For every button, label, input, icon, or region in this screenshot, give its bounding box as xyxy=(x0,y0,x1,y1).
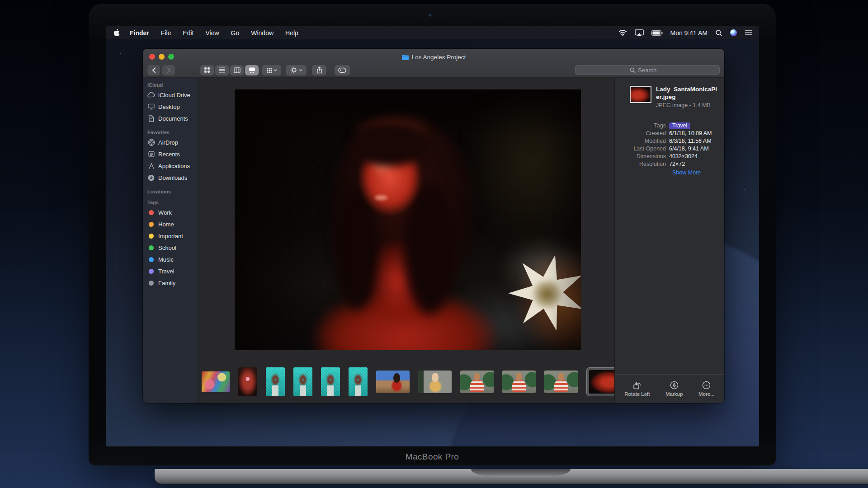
sidebar-tag-travel[interactable]: Travel xyxy=(143,265,198,277)
sidebar-tag-music[interactable]: Music xyxy=(143,253,198,265)
sidebar-item-desktop[interactable]: Desktop xyxy=(143,101,198,113)
filmstrip-thumbnail[interactable] xyxy=(293,367,312,396)
filmstrip-thumbnail[interactable] xyxy=(349,367,368,396)
more-button[interactable]: More... xyxy=(698,381,715,397)
menu-item-view[interactable]: View xyxy=(205,29,219,37)
sidebar-tag-important[interactable]: Important xyxy=(143,230,198,242)
view-gallery-button[interactable] xyxy=(245,65,259,75)
filmstrip-thumbnail[interactable] xyxy=(544,371,578,393)
meta-value-dimensions: 4032×3024 xyxy=(669,153,698,160)
info-panel: Lady_SantaMonicaPier.jpeg JPEG image - 1… xyxy=(614,78,724,403)
view-columns-button[interactable] xyxy=(230,65,244,75)
apple-menu[interactable] xyxy=(113,29,120,37)
filmstrip-thumbnail[interactable] xyxy=(460,371,494,393)
action-menu-button[interactable] xyxy=(286,65,307,75)
share-button[interactable] xyxy=(312,65,326,75)
filmstrip-thumbnail[interactable] xyxy=(418,371,452,393)
more-icon xyxy=(702,381,711,389)
notification-center-icon[interactable] xyxy=(745,30,752,36)
search-field[interactable] xyxy=(575,65,720,75)
wifi-icon[interactable] xyxy=(618,29,627,36)
search-icon xyxy=(630,67,636,73)
cloud-icon xyxy=(147,92,155,98)
folder-icon xyxy=(401,54,409,60)
airplay-icon[interactable] xyxy=(635,29,644,36)
battery-icon[interactable] xyxy=(651,30,663,36)
window-chrome: Los Angeles Project xyxy=(143,49,724,78)
laptop-base xyxy=(155,469,868,484)
sidebar-item-downloads[interactable]: Downloads xyxy=(143,172,198,183)
preview-image[interactable] xyxy=(235,89,581,350)
tag-dot-yellow xyxy=(149,234,154,239)
view-icons-button[interactable] xyxy=(200,65,214,75)
group-button[interactable] xyxy=(262,65,281,75)
sidebar-item-recents[interactable]: Recents xyxy=(143,148,198,160)
back-button[interactable] xyxy=(147,65,160,75)
tag-icon xyxy=(338,67,346,73)
sidebar-section-tags: Tags xyxy=(143,200,198,205)
rotate-left-icon xyxy=(632,381,642,389)
sidebar-item-documents[interactable]: Documents xyxy=(143,113,198,124)
tag-dot-purple xyxy=(149,269,154,274)
filmstrip-thumbnail[interactable] xyxy=(376,371,410,393)
view-list-button[interactable] xyxy=(215,65,229,75)
quick-actions: Rotate Left Markup More... xyxy=(615,374,724,403)
tag-dot-orange xyxy=(149,222,154,227)
filmstrip-thumbnail[interactable] xyxy=(266,367,285,396)
tag-badge-travel[interactable]: Travel xyxy=(669,122,690,129)
meta-label-last-opened: Last Opened xyxy=(615,145,669,153)
siri-icon[interactable] xyxy=(730,29,737,36)
markup-button[interactable]: Markup xyxy=(665,381,683,397)
sidebar-tag-work[interactable]: Work xyxy=(143,206,198,218)
file-kind-size: JPEG image - 1.4 MB xyxy=(656,102,720,108)
filmstrip-thumbnail[interactable] xyxy=(202,371,230,392)
sidebar-item-icloud-drive[interactable]: iCloud Drive xyxy=(143,89,198,101)
gallery-area xyxy=(199,78,614,403)
menu-item-help[interactable]: Help xyxy=(285,29,298,37)
menu-item-window[interactable]: Window xyxy=(251,29,274,37)
forward-button[interactable] xyxy=(162,65,175,75)
stars xyxy=(120,53,121,54)
documents-icon xyxy=(147,115,155,122)
meta-label-modified: Modified xyxy=(615,137,669,145)
meta-value-modified: 6/3/18, 11:56 AM xyxy=(669,137,712,145)
show-more-link[interactable]: Show More xyxy=(672,169,724,176)
sidebar-item-applications[interactable]: Applications xyxy=(143,160,198,172)
menu-item-file[interactable]: File xyxy=(161,29,171,37)
chevron-down-icon xyxy=(274,69,277,71)
tags-button[interactable] xyxy=(335,65,350,75)
sidebar-tag-school[interactable]: School xyxy=(143,242,198,253)
tag-dot-green xyxy=(149,245,154,250)
filmstrip-thumbnail[interactable] xyxy=(502,371,536,393)
camera-dot xyxy=(429,14,432,17)
sidebar-item-airdrop[interactable]: AirDrop xyxy=(143,136,198,148)
filmstrip-thumbnail-selected[interactable] xyxy=(586,367,614,396)
meta-value-created: 6/1/18, 10:09 AM xyxy=(669,130,712,137)
menu-item-edit[interactable]: Edit xyxy=(183,29,193,37)
laptop-bezel: Finder File Edit View Go Window Help Mon… xyxy=(89,4,776,465)
recents-icon xyxy=(147,151,155,157)
filmstrip-thumbnail[interactable] xyxy=(589,370,614,394)
menu-item-go[interactable]: Go xyxy=(231,29,240,37)
menu-bar-clock[interactable]: Mon 9:41 AM xyxy=(670,29,708,37)
applications-icon xyxy=(147,163,155,169)
search-input[interactable] xyxy=(638,67,665,74)
sidebar-section-locations: Locations xyxy=(143,189,198,194)
view-mode-segment xyxy=(200,65,259,75)
spotlight-icon[interactable] xyxy=(715,29,722,37)
device-label: MacBook Pro xyxy=(89,452,776,462)
file-thumbnail xyxy=(630,86,651,103)
airdrop-icon xyxy=(147,139,155,146)
sidebar-tag-family[interactable]: Family xyxy=(143,277,198,289)
rotate-left-button[interactable]: Rotate Left xyxy=(624,381,650,397)
meta-label-resolution: Resolution xyxy=(615,160,669,168)
filmstrip-thumbnail[interactable] xyxy=(321,367,340,396)
sidebar-section-favorites: Favorites xyxy=(143,130,198,135)
sidebar-tag-home[interactable]: Home xyxy=(143,218,198,230)
filmstrip-thumbnail[interactable] xyxy=(238,367,257,396)
toolbar xyxy=(143,63,724,77)
tag-dot-blue xyxy=(149,257,154,262)
filmstrip xyxy=(202,366,614,398)
menu-item-finder[interactable]: Finder xyxy=(130,29,149,37)
gear-icon xyxy=(290,66,297,74)
